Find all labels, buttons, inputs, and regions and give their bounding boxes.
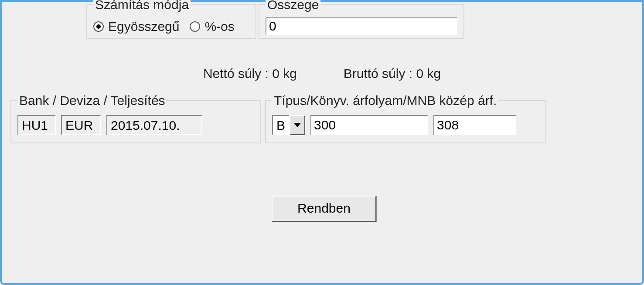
book-rate-input[interactable] [310, 115, 428, 135]
weights-row: Nettó súly : 0 kg Bruttó súly : 0 kg [8, 66, 636, 81]
gross-weight-label: Bruttó súly : 0 kg [344, 66, 441, 81]
amount-input[interactable] [266, 17, 457, 35]
calc-mode-group: Számítás módja Egyösszegű %-os [86, 0, 256, 39]
rate-type-dropdown[interactable]: B [272, 115, 305, 135]
chevron-down-icon[interactable] [290, 115, 305, 135]
radio-percent[interactable] [190, 21, 200, 32]
calc-mode-legend: Számítás módja [93, 0, 191, 12]
dialog-content: Számítás módja Egyösszegű %-os Összege N… [8, 2, 636, 277]
dialog-window: Számítás módja Egyösszegű %-os Összege N… [0, 0, 644, 285]
rate-group-legend: Típus/Könyv. árfolyam/MNB közép árf. [272, 93, 498, 108]
date-field: 2015.07.10. [106, 115, 202, 135]
calc-mode-options: Egyösszegű %-os [93, 19, 249, 34]
ok-button-label: Rendben [297, 201, 351, 215]
rate-type-value: B [272, 115, 290, 135]
radio-lump-sum-label: Egyösszegű [108, 19, 179, 34]
ok-button[interactable]: Rendben [272, 196, 376, 222]
svg-marker-0 [294, 123, 301, 127]
net-weight-label: Nettó súly : 0 kg [203, 66, 297, 81]
rate-group: Típus/Könyv. árfolyam/MNB közép árf. B [265, 93, 546, 143]
currency-field: EUR [61, 115, 101, 135]
mnb-rate-input[interactable] [433, 115, 516, 135]
amount-legend: Összege [266, 0, 320, 12]
bank-group-legend: Bank / Deviza / Teljesítés [17, 93, 167, 108]
radio-percent-label: %-os [204, 19, 234, 34]
bank-code-field: HU1 [17, 115, 56, 135]
bank-group: Bank / Deviza / Teljesítés HU1 EUR 2015.… [10, 93, 261, 143]
amount-group: Összege [259, 0, 464, 39]
radio-lump-sum[interactable] [93, 21, 104, 32]
